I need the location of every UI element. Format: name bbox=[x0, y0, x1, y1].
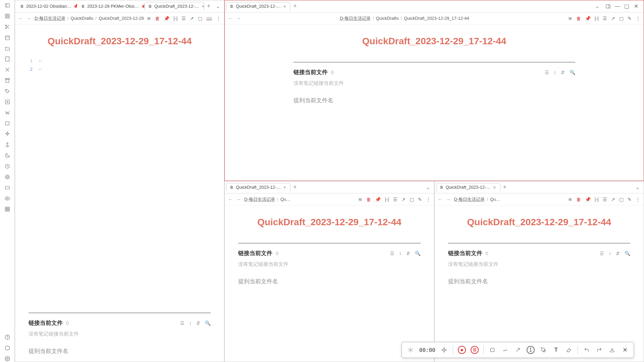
list-icon[interactable]: ☰ bbox=[393, 197, 397, 202]
eye-icon[interactable] bbox=[4, 195, 11, 202]
collapse-icon[interactable]: ☰ bbox=[600, 251, 604, 256]
tab-active[interactable]: 🗎QuickDraft_2023-12-…× bbox=[436, 183, 500, 192]
target-icon[interactable] bbox=[4, 174, 11, 180]
nav-forward-icon[interactable]: → bbox=[236, 16, 241, 21]
breadcrumb[interactable]: D-每日生活记录/ Qu… bbox=[454, 196, 565, 202]
tree-icon[interactable]: ⇵ bbox=[616, 251, 620, 256]
recorder-arrow-icon[interactable] bbox=[514, 346, 522, 354]
pin-icon[interactable]: 📌 bbox=[585, 16, 591, 21]
screen-icon[interactable]: ▢ bbox=[410, 197, 414, 202]
more-icon[interactable]: ⋮ bbox=[636, 16, 640, 21]
recorder-move-icon[interactable] bbox=[440, 346, 448, 354]
align-icon[interactable]: |◦| bbox=[595, 16, 599, 21]
tab-active[interactable]: 🗎QuickDraft_2023-12-…× bbox=[145, 2, 204, 11]
breadcrumb-file[interactable]: QuickDraft_2023-12-29_17-12 bbox=[99, 16, 144, 21]
calendar-icon[interactable] bbox=[4, 34, 11, 41]
minimize-icon[interactable]: — bbox=[614, 3, 621, 10]
new-tab-button[interactable]: + bbox=[290, 1, 300, 11]
edit-icon[interactable]: ✎ bbox=[418, 197, 422, 202]
card-icon[interactable] bbox=[4, 184, 11, 191]
sort-icon[interactable]: ↕ bbox=[554, 70, 556, 75]
nav-back-icon[interactable]: ← bbox=[18, 16, 23, 21]
editor-content[interactable]: QuickDraft_2023-12-29_17-12-44 1↵ 2↵ 链接当… bbox=[15, 24, 224, 362]
moon-icon[interactable] bbox=[4, 152, 11, 159]
x-square-icon[interactable] bbox=[4, 99, 11, 105]
wikipedia-icon[interactable] bbox=[4, 109, 11, 116]
trash-icon[interactable]: 🗑 bbox=[366, 197, 371, 202]
list-icon[interactable]: ☰ bbox=[603, 16, 607, 21]
anchor-icon[interactable] bbox=[4, 141, 11, 148]
help-icon[interactable] bbox=[4, 334, 11, 341]
recorder-number-icon[interactable]: 1 bbox=[527, 346, 535, 354]
table-icon[interactable] bbox=[4, 206, 11, 213]
new-tab-button[interactable]: + bbox=[500, 182, 509, 192]
search-icon[interactable]: 🔍 bbox=[625, 251, 630, 256]
stack-icon[interactable]: ≋ bbox=[147, 16, 151, 21]
edit-icon[interactable]: ✎ bbox=[628, 197, 632, 202]
tab-pinned-2[interactable]: 🗎2023-12-29 PKMer-Obsi…📌 bbox=[77, 2, 145, 10]
breadcrumb[interactable]: D-每日生活记录/ QuickDrafts/ QuickDraft_2023-1… bbox=[35, 15, 144, 21]
close-icon[interactable]: × bbox=[201, 4, 204, 9]
align-icon[interactable]: |◦| bbox=[595, 197, 599, 202]
sidebar-right-icon[interactable] bbox=[605, 3, 611, 10]
collapse-icon[interactable]: ☰ bbox=[390, 251, 394, 256]
close-icon[interactable]: × bbox=[283, 4, 287, 9]
tab-dropdown-icon[interactable]: ⌄ bbox=[213, 2, 223, 11]
recorder-text-icon[interactable]: T bbox=[552, 346, 560, 354]
box-icon[interactable] bbox=[4, 120, 11, 127]
tree-icon[interactable]: ⇵ bbox=[561, 70, 565, 75]
list-icon[interactable]: ☰ bbox=[603, 197, 607, 202]
archive-icon[interactable] bbox=[4, 77, 11, 84]
recorder-eraser-icon[interactable] bbox=[565, 346, 573, 354]
new-tab-button[interactable]: + bbox=[204, 1, 213, 11]
screen-icon[interactable]: ▢ bbox=[198, 16, 202, 21]
collapse-icon[interactable]: ☰ bbox=[545, 70, 549, 75]
close-icon[interactable]: × bbox=[283, 185, 287, 190]
more-icon[interactable]: ⋮ bbox=[216, 16, 221, 21]
trash-icon[interactable]: 🗑 bbox=[155, 16, 160, 21]
sort-icon[interactable]: ↕ bbox=[399, 251, 401, 256]
crossed-tools-icon[interactable] bbox=[4, 66, 11, 73]
collapse-icon[interactable]: ☰ bbox=[180, 320, 184, 326]
close-icon[interactable]: × bbox=[492, 185, 496, 190]
sort-icon[interactable]: ↕ bbox=[189, 320, 192, 326]
recorder-pen-icon[interactable] bbox=[539, 346, 547, 354]
nav-forward-icon[interactable]: → bbox=[236, 197, 241, 202]
pin-icon[interactable]: 📌 bbox=[375, 197, 381, 202]
close-window-icon[interactable]: ✕ bbox=[633, 3, 640, 10]
vault-icon[interactable] bbox=[4, 345, 11, 351]
trash-icon[interactable]: 🗑 bbox=[576, 197, 581, 202]
nav-back-icon[interactable]: ← bbox=[228, 197, 233, 202]
trash-icon[interactable]: 🗑 bbox=[576, 16, 581, 21]
sparkle-icon[interactable] bbox=[4, 131, 11, 137]
recorder-download-icon[interactable] bbox=[608, 346, 616, 354]
tab-dropdown-icon[interactable]: ⌄ bbox=[423, 183, 433, 192]
tree-icon[interactable]: ⇵ bbox=[406, 251, 410, 256]
search-icon[interactable]: 🔍 bbox=[205, 320, 211, 326]
book-icon[interactable]: 📖 bbox=[206, 16, 212, 21]
stack-icon[interactable]: ≋ bbox=[568, 16, 572, 21]
search-icon[interactable]: 🔍 bbox=[415, 251, 421, 256]
edit-icon[interactable]: ✎ bbox=[628, 16, 632, 21]
recorder-settings-icon[interactable] bbox=[407, 346, 415, 354]
nav-forward-icon[interactable]: → bbox=[26, 16, 31, 21]
align-icon[interactable]: |◦| bbox=[385, 197, 389, 202]
recorder-record-button[interactable]: ● bbox=[458, 346, 466, 354]
recorder-shape-icon[interactable] bbox=[488, 346, 496, 354]
tab-dropdown-icon[interactable]: ⌄ bbox=[633, 183, 642, 192]
recorder-undo-icon[interactable] bbox=[583, 346, 591, 354]
building-icon[interactable] bbox=[4, 56, 11, 62]
breadcrumb-folder[interactable]: QuickDrafts bbox=[70, 16, 93, 21]
expand-icon[interactable]: ↗ bbox=[190, 16, 194, 21]
nav-back-icon[interactable]: ← bbox=[228, 16, 233, 21]
scissors-icon[interactable] bbox=[4, 23, 11, 30]
recorder-freehand-icon[interactable] bbox=[501, 346, 509, 354]
more-icon[interactable]: ⋮ bbox=[636, 197, 640, 202]
tab-dropdown-icon[interactable]: ⌄ bbox=[592, 2, 602, 11]
pin-icon[interactable]: 📌 bbox=[585, 197, 591, 202]
expand-icon[interactable]: ↗ bbox=[611, 16, 615, 21]
tag-icon[interactable] bbox=[4, 88, 11, 95]
sort-icon[interactable]: ↕ bbox=[609, 251, 611, 256]
recorder-redo-icon[interactable] bbox=[595, 346, 603, 354]
screen-icon[interactable]: ▢ bbox=[619, 197, 624, 202]
